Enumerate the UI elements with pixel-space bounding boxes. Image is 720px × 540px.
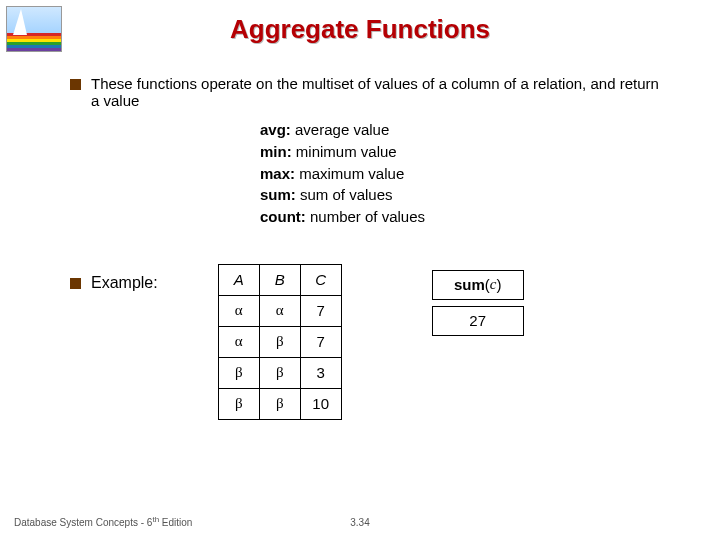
footer-citation: Database System Concepts - 6th Edition: [14, 515, 192, 528]
example-label-text: Example:: [91, 274, 158, 292]
logo-thumbnail: [6, 6, 62, 52]
bullet-icon: [70, 79, 81, 90]
result-column: sum(c ) 27: [432, 264, 524, 336]
intro-bullet: These functions operate on the multiset …: [70, 75, 670, 109]
example-bullet: Example:: [70, 274, 158, 292]
intro-text: These functions operate on the multiset …: [91, 75, 670, 109]
table-row: β β 10: [218, 388, 341, 419]
page-title: Aggregate Functions: [0, 0, 720, 45]
col-header: C: [300, 264, 341, 295]
bullet-icon: [70, 278, 81, 289]
result-value: 27: [432, 306, 524, 336]
result-header: sum(c ): [432, 270, 524, 300]
table-row: α β 7: [218, 326, 341, 357]
example-table: A B C α α 7 α β 7 β β 3 β β 10: [218, 264, 342, 420]
col-header: A: [218, 264, 259, 295]
col-header: B: [259, 264, 300, 295]
table-row: β β 3: [218, 357, 341, 388]
page-number: 3.34: [350, 517, 369, 528]
table-row: α α 7: [218, 295, 341, 326]
functions-list: avg: average value min: minimum value ma…: [260, 119, 670, 228]
